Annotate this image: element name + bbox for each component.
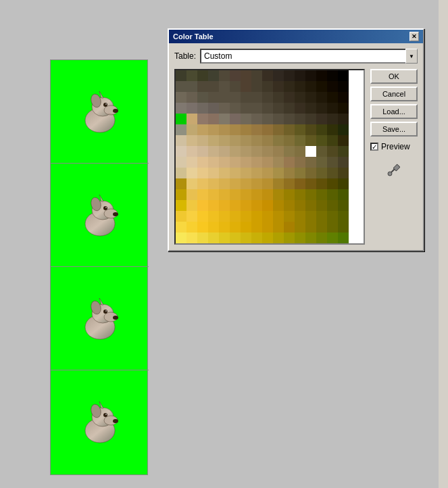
color-cell[interactable]: [305, 222, 316, 233]
color-cell[interactable]: [273, 146, 284, 157]
color-cell[interactable]: [284, 222, 295, 233]
color-cell[interactable]: [305, 178, 316, 189]
color-cell[interactable]: [338, 70, 349, 81]
color-cell[interactable]: [305, 103, 316, 114]
color-cell[interactable]: [186, 114, 197, 124]
color-cell[interactable]: [284, 70, 295, 81]
color-cell[interactable]: [208, 146, 219, 157]
color-cell[interactable]: [176, 211, 186, 222]
color-cell[interactable]: [327, 189, 338, 200]
color-cell[interactable]: [251, 114, 262, 124]
color-cell[interactable]: [305, 92, 316, 103]
color-cell[interactable]: [327, 135, 338, 146]
color-cell[interactable]: [241, 103, 251, 114]
color-cell[interactable]: [262, 81, 273, 92]
color-cell[interactable]: [186, 211, 197, 222]
color-cell[interactable]: [338, 124, 349, 135]
color-cell[interactable]: [241, 81, 251, 92]
color-cell[interactable]: [219, 233, 230, 243]
color-cell[interactable]: [284, 178, 295, 189]
color-cell[interactable]: [295, 222, 305, 233]
color-cell[interactable]: [176, 222, 186, 233]
color-cell[interactable]: [230, 222, 241, 233]
color-cell[interactable]: [338, 135, 349, 146]
color-cell[interactable]: [338, 233, 349, 243]
color-cell[interactable]: [273, 103, 284, 114]
color-cell[interactable]: [230, 124, 241, 135]
color-cell[interactable]: [197, 157, 208, 168]
color-cell[interactable]: [273, 233, 284, 243]
color-cell[interactable]: [251, 135, 262, 146]
color-cell[interactable]: [262, 211, 273, 222]
color-cell[interactable]: [186, 200, 197, 211]
color-cell[interactable]: [230, 81, 241, 92]
color-cell[interactable]: [230, 200, 241, 211]
color-cell[interactable]: [284, 81, 295, 92]
color-cell[interactable]: [305, 135, 316, 146]
color-cell[interactable]: [219, 168, 230, 178]
color-cell[interactable]: [273, 92, 284, 103]
eyedropper-icon[interactable]: [387, 162, 401, 177]
color-cell[interactable]: [273, 211, 284, 222]
color-cell[interactable]: [176, 178, 186, 189]
table-select[interactable]: Custom Black Body Grayscale Spectrum Sys…: [200, 49, 418, 64]
color-cell[interactable]: [295, 200, 305, 211]
color-cell[interactable]: [176, 124, 186, 135]
color-cell[interactable]: [316, 103, 327, 114]
color-cell[interactable]: [316, 70, 327, 81]
color-cell[interactable]: [305, 189, 316, 200]
color-cell[interactable]: [251, 222, 262, 233]
color-cell[interactable]: [284, 168, 295, 178]
color-cell[interactable]: [338, 157, 349, 168]
color-cell[interactable]: [208, 157, 219, 168]
color-cell[interactable]: [230, 211, 241, 222]
color-cell[interactable]: [273, 168, 284, 178]
color-cell[interactable]: [197, 81, 208, 92]
color-cell[interactable]: [197, 114, 208, 124]
color-cell[interactable]: [186, 70, 197, 81]
color-cell[interactable]: [208, 92, 219, 103]
color-cell[interactable]: [327, 222, 338, 233]
color-cell[interactable]: [295, 92, 305, 103]
color-cell[interactable]: [305, 81, 316, 92]
color-cell[interactable]: [176, 189, 186, 200]
color-cell[interactable]: [241, 189, 251, 200]
color-cell[interactable]: [295, 70, 305, 81]
color-cell[interactable]: [176, 233, 186, 243]
color-cell[interactable]: [241, 114, 251, 124]
color-cell[interactable]: [251, 157, 262, 168]
color-cell[interactable]: [241, 222, 251, 233]
ok-button[interactable]: OK: [370, 69, 418, 84]
color-cell[interactable]: [219, 70, 230, 81]
color-cell[interactable]: [186, 157, 197, 168]
color-cell[interactable]: [273, 178, 284, 189]
color-cell[interactable]: [305, 233, 316, 243]
color-cell[interactable]: [262, 233, 273, 243]
color-cell[interactable]: [284, 124, 295, 135]
color-cell[interactable]: [305, 146, 316, 157]
color-cell[interactable]: [230, 233, 241, 243]
color-cell[interactable]: [197, 135, 208, 146]
color-cell[interactable]: [251, 70, 262, 81]
color-cell[interactable]: [338, 103, 349, 114]
color-cell[interactable]: [176, 81, 186, 92]
color-cell[interactable]: [197, 146, 208, 157]
color-cell[interactable]: [219, 81, 230, 92]
color-cell[interactable]: [273, 81, 284, 92]
color-cell[interactable]: [284, 211, 295, 222]
color-cell[interactable]: [208, 168, 219, 178]
color-cell[interactable]: [327, 211, 338, 222]
color-cell[interactable]: [176, 157, 186, 168]
color-cell[interactable]: [284, 103, 295, 114]
color-cell[interactable]: [230, 178, 241, 189]
color-cell[interactable]: [186, 146, 197, 157]
color-cell[interactable]: [219, 200, 230, 211]
color-cell[interactable]: [241, 70, 251, 81]
color-cell[interactable]: [316, 146, 327, 157]
color-cell[interactable]: [262, 135, 273, 146]
color-cell[interactable]: [251, 211, 262, 222]
color-cell[interactable]: [327, 200, 338, 211]
color-cell[interactable]: [208, 81, 219, 92]
color-cell[interactable]: [251, 103, 262, 114]
color-cell[interactable]: [197, 178, 208, 189]
